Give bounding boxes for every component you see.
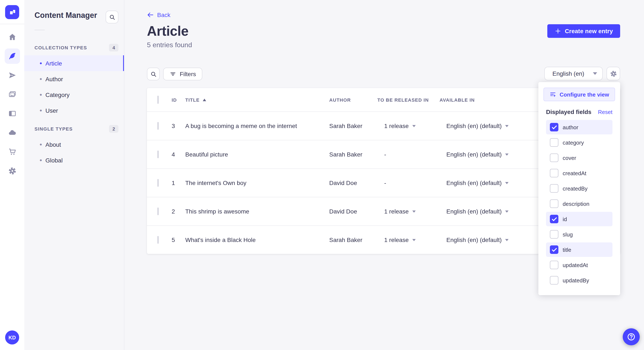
column-header-released[interactable]: TO BE RELEASED IN xyxy=(377,97,440,102)
subnav-item-author[interactable]: •Author xyxy=(24,71,124,87)
field-checkbox-author[interactable] xyxy=(550,123,558,131)
bullet-icon: • xyxy=(40,141,42,148)
row-checkbox[interactable] xyxy=(158,179,158,187)
table-search-button[interactable] xyxy=(147,68,160,80)
list-plus-icon xyxy=(550,91,556,98)
row-checkbox-cell xyxy=(158,151,172,158)
paper-plane-icon[interactable] xyxy=(4,68,20,83)
field-checkbox-createdBy[interactable] xyxy=(550,184,558,193)
releases-dropdown-caret[interactable] xyxy=(412,125,416,127)
row-checkbox[interactable] xyxy=(158,151,158,158)
bullet-icon: • xyxy=(40,60,42,67)
create-new-entry-button[interactable]: Create new entry xyxy=(547,24,620,38)
field-checkbox-cover[interactable] xyxy=(550,154,558,162)
field-row-createdAt[interactable]: createdAt xyxy=(546,166,612,180)
layout-icon[interactable] xyxy=(4,106,20,121)
back-link[interactable]: Back xyxy=(147,11,170,18)
field-label: id xyxy=(563,216,567,222)
user-avatar[interactable]: KD xyxy=(5,331,19,345)
column-header-label: AVAILABLE IN xyxy=(440,97,475,102)
subnav-item-about[interactable]: •About xyxy=(24,137,124,152)
gear-icon[interactable] xyxy=(4,163,20,178)
field-checkbox-slug[interactable] xyxy=(550,230,558,239)
field-row-updatedAt[interactable]: updatedAt xyxy=(546,258,612,272)
field-checkbox-category[interactable] xyxy=(550,138,558,147)
field-label: updatedAt xyxy=(563,262,588,268)
field-checkbox-createdAt[interactable] xyxy=(550,169,558,177)
subnav-item-category[interactable]: •Category xyxy=(24,87,124,103)
field-row-category[interactable]: category xyxy=(546,135,612,150)
locales-dropdown-caret[interactable] xyxy=(505,125,508,127)
cell-id: 3 xyxy=(172,123,185,129)
locales-dropdown-caret[interactable] xyxy=(505,153,508,156)
sort-ascending-icon[interactable] xyxy=(202,98,206,101)
strapi-logo-icon xyxy=(8,8,16,16)
media-gallery-icon[interactable] xyxy=(4,87,20,102)
row-checkbox[interactable] xyxy=(158,236,158,244)
cell-title: Beautiful picture xyxy=(185,151,329,158)
select-all-checkbox[interactable] xyxy=(158,95,158,104)
help-button[interactable] xyxy=(623,328,640,345)
subnav-item-global[interactable]: •Global xyxy=(24,152,124,168)
subnav-item-article[interactable]: •Article xyxy=(24,55,124,71)
back-label: Back xyxy=(157,11,170,18)
subnav-item-label: Author xyxy=(45,75,63,82)
locale-select[interactable]: English (en) xyxy=(544,67,603,80)
field-row-id[interactable]: id xyxy=(546,212,612,226)
row-checkbox[interactable] xyxy=(158,207,158,215)
subnav-item-label: About xyxy=(45,141,61,148)
column-header-label: TO BE RELEASED IN xyxy=(377,97,429,102)
subnav-search-button[interactable] xyxy=(106,11,118,23)
releases-dropdown-caret[interactable] xyxy=(412,239,416,241)
cell-author: David Doe xyxy=(329,179,377,186)
field-row-title[interactable]: title xyxy=(546,242,612,257)
subnav-item-user[interactable]: •User xyxy=(24,103,124,118)
column-header-title[interactable]: TITLE xyxy=(185,97,329,102)
subnav-item-label: User xyxy=(45,107,58,114)
field-checkbox-updatedBy[interactable] xyxy=(550,276,558,285)
configure-view-label: Configure the view xyxy=(560,91,609,98)
releases-dropdown-caret[interactable] xyxy=(412,210,416,212)
subnav-item-label: Global xyxy=(45,157,62,164)
strapi-logo[interactable] xyxy=(5,5,19,19)
home-icon[interactable] xyxy=(4,29,20,45)
section-header: COLLECTION TYPES4 xyxy=(24,40,124,55)
field-row-createdBy[interactable]: createdBy xyxy=(546,181,612,196)
field-checkbox-title[interactable] xyxy=(550,245,558,254)
field-row-cover[interactable]: cover xyxy=(546,151,612,165)
locales-dropdown-caret[interactable] xyxy=(505,210,508,212)
reset-link[interactable]: Reset xyxy=(598,109,612,115)
section-label: SINGLE TYPES xyxy=(34,126,72,131)
cell-id: 1 xyxy=(172,179,185,186)
displayed-fields-heading: Displayed fields xyxy=(546,108,592,115)
row-checkbox-cell xyxy=(158,123,172,129)
feather-icon[interactable] xyxy=(4,48,20,64)
bullet-icon: • xyxy=(40,107,42,114)
field-row-updatedBy[interactable]: updatedBy xyxy=(546,273,612,288)
column-header-author[interactable]: AUTHOR xyxy=(329,97,377,102)
field-checkbox-updatedAt[interactable] xyxy=(550,261,558,269)
field-checkbox-description[interactable] xyxy=(550,199,558,208)
field-row-description[interactable]: description xyxy=(546,196,612,211)
row-checkbox[interactable] xyxy=(158,122,158,130)
cell-to-be-released-in: - xyxy=(377,179,440,186)
cloud-icon[interactable] xyxy=(4,125,20,140)
cell-title: A bug is becoming a meme on the internet xyxy=(185,123,329,129)
column-header-id[interactable]: ID xyxy=(172,97,185,102)
locale-value: English (en) (default) xyxy=(446,123,502,129)
search-icon xyxy=(109,14,115,20)
field-row-author[interactable]: author xyxy=(546,120,612,134)
configure-view-button[interactable]: Configure the view xyxy=(544,88,615,101)
locale-value: English (en) (default) xyxy=(446,151,502,158)
field-checkbox-id[interactable] xyxy=(550,215,558,223)
field-row-slug[interactable]: slug xyxy=(546,227,612,242)
question-circle-icon xyxy=(626,332,636,342)
releases-value: - xyxy=(384,179,386,186)
locales-dropdown-caret[interactable] xyxy=(505,239,508,241)
cart-icon[interactable] xyxy=(4,144,20,160)
locales-dropdown-caret[interactable] xyxy=(505,182,508,184)
locale-value: English (en) (default) xyxy=(446,208,502,215)
cell-author: Sarah Baker xyxy=(329,151,377,158)
view-settings-button[interactable] xyxy=(606,67,620,80)
filters-button[interactable]: Filters xyxy=(163,68,202,80)
